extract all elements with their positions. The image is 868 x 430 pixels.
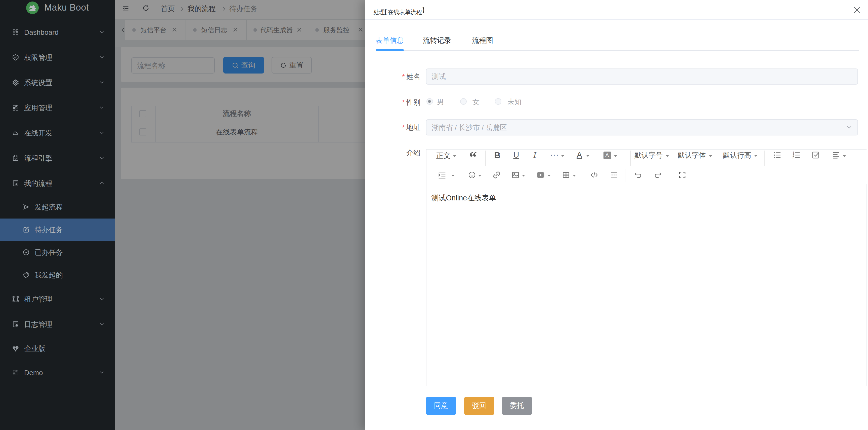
svg-text:3: 3 [792,156,794,160]
